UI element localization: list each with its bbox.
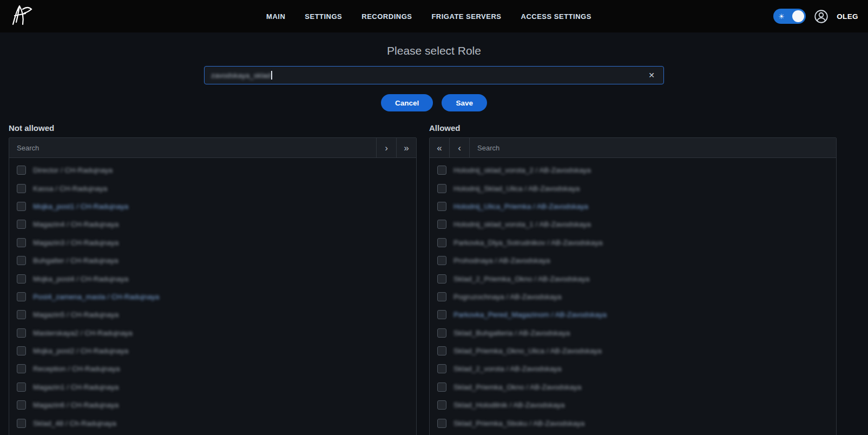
nav-item[interactable]: RECORDINGS	[361, 12, 412, 21]
camera-label: Holodnij_Sklad_Ulica / AB-Zavodskaya	[453, 184, 580, 193]
camera-checkbox[interactable]	[17, 400, 26, 410]
camera-row[interactable]: Holodnij_sklad_vorota_2 / AB-Zavodskaya	[430, 161, 836, 179]
allowed-search-input[interactable]	[470, 138, 836, 157]
not-allowed-heading: Not allowed	[9, 123, 417, 133]
camera-label: Sklad_48 / Ch-Radujnaya	[33, 419, 116, 427]
camera-checkbox[interactable]	[17, 419, 26, 428]
camera-label: Sklad_Buhgalteria / AB-Zavodskaya	[453, 329, 570, 337]
move-selected-left-button[interactable]: ‹	[450, 138, 470, 157]
camera-label: Sklad_2_Priemka_Okno / AB-Zavodskaya	[453, 275, 589, 283]
camera-row[interactable]: Sklad_Priemka_Okno_Ulica / AB-Zavodskaya	[430, 342, 836, 360]
camera-checkbox[interactable]	[437, 419, 446, 428]
camera-checkbox[interactable]	[17, 274, 26, 284]
camera-label: Post4_zamena_masla / CH-Radujnaya	[33, 293, 159, 301]
camera-label: Sklad_2_vorota / AB-Zavodskaya	[453, 365, 562, 373]
clear-input-button[interactable]: ✕	[646, 70, 657, 80]
camera-checkbox[interactable]	[437, 346, 446, 355]
camera-checkbox[interactable]	[17, 364, 26, 373]
camera-checkbox[interactable]	[437, 184, 446, 193]
not-allowed-search-input[interactable]	[9, 138, 376, 157]
camera-checkbox[interactable]	[437, 238, 446, 247]
camera-row[interactable]: Sklad_2_Priemka_Okno / AB-Zavodskaya	[430, 269, 836, 287]
camera-row[interactable]: Parkovka_Dlya_Sotrudnikov / AB-Zavodskay…	[430, 234, 836, 252]
not-allowed-panel-head: › »	[9, 138, 416, 158]
not-allowed-column: Not allowed › » Director / CH-Radujnaya	[9, 123, 417, 435]
camera-row[interactable]: Prohodnaya / AB-Zavodskaya	[430, 252, 836, 269]
camera-row[interactable]: Sklad_Priemka_Okno / AB-Zavodskaya	[430, 378, 836, 396]
camera-row[interactable]: Director / CH-Radujnaya	[9, 161, 416, 179]
allowed-heading: Allowed	[429, 123, 837, 133]
camera-checkbox[interactable]	[437, 364, 446, 373]
camera-row[interactable]: Kassa / CH-Radujnaya	[9, 179, 416, 197]
camera-row[interactable]: Holodnij_Sklad_Ulica / AB-Zavodskaya	[430, 179, 836, 197]
role-input[interactable]: zavodskaya_sklad ✕	[204, 66, 664, 84]
camera-row[interactable]: Sklad_Buhgalteria / AB-Zavodskaya	[430, 324, 836, 342]
move-all-right-button[interactable]: »	[396, 138, 416, 157]
camera-row[interactable]: Magazin3 / CH-Radujnaya	[9, 234, 416, 252]
save-button[interactable]: Save	[442, 94, 487, 111]
camera-row[interactable]: Masterskaya2 / CH-Radujnaya	[9, 324, 416, 342]
camera-checkbox[interactable]	[437, 166, 446, 175]
camera-row[interactable]: Magazin6 / CH-Radujnaya	[9, 396, 416, 414]
role-input-wrap: zavodskaya_sklad ✕	[0, 66, 868, 84]
toggle-knob	[792, 10, 804, 22]
topbar-right: ☀ OLEG	[773, 9, 858, 24]
camera-row[interactable]: Reception / CH-Radujnaya	[9, 360, 416, 378]
app-logo[interactable]	[10, 4, 34, 29]
camera-checkbox[interactable]	[17, 292, 26, 301]
camera-checkbox[interactable]	[17, 383, 26, 392]
camera-checkbox[interactable]	[437, 383, 446, 392]
camera-checkbox[interactable]	[17, 238, 26, 247]
camera-label: Pogruzochnaya / AB-Zavodskaya	[453, 293, 562, 301]
camera-label: Magazin5 / CH-Radujnaya	[33, 311, 119, 319]
camera-checkbox[interactable]	[437, 328, 446, 338]
camera-row[interactable]: Holodnij_Ulica_Priemka / AB-Zavodskaya	[430, 197, 836, 215]
camera-row[interactable]: Holodnij_sklad_vorota_1 / AB-Zavodskaya	[430, 215, 836, 233]
camera-checkbox[interactable]	[437, 310, 446, 319]
camera-checkbox[interactable]	[437, 202, 446, 211]
camera-checkbox[interactable]	[17, 310, 26, 319]
camera-row[interactable]: Post4_zamena_masla / CH-Radujnaya	[9, 288, 416, 306]
camera-checkbox[interactable]	[437, 274, 446, 284]
camera-checkbox[interactable]	[437, 220, 446, 229]
not-allowed-panel: › » Director / CH-Radujnaya Kassa / CH-R…	[9, 137, 417, 435]
camera-label: Mojka_post4 / CH-Radujnaya	[33, 275, 128, 283]
camera-row[interactable]: Buhgalter / CH-Radujnaya	[9, 252, 416, 269]
move-all-left-button[interactable]: «	[430, 138, 450, 157]
camera-row[interactable]: Parkovka_Pered_Magazinom / AB-Zavodskaya	[430, 306, 836, 324]
user-avatar-icon[interactable]	[814, 9, 828, 24]
camera-row[interactable]: Sklad_Holodilnik / AB-Zavodskaya	[430, 396, 836, 414]
camera-row[interactable]: Pogruzochnaya / AB-Zavodskaya	[430, 288, 836, 306]
camera-checkbox[interactable]	[17, 256, 26, 265]
camera-checkbox[interactable]	[17, 328, 26, 338]
camera-label: Magazin6 / CH-Radujnaya	[33, 401, 119, 409]
nav-item[interactable]: SETTINGS	[305, 12, 342, 21]
main-content: Please select Role zavodskaya_sklad ✕ Ca…	[0, 44, 868, 435]
camera-label: Parkovka_Dlya_Sotrudnikov / AB-Zavodskay…	[453, 239, 602, 247]
theme-toggle[interactable]: ☀	[773, 9, 806, 24]
camera-checkbox[interactable]	[17, 220, 26, 229]
nav-item[interactable]: FRIGATE SERVERS	[431, 12, 501, 21]
nav-item[interactable]: MAIN	[266, 12, 285, 21]
camera-checkbox[interactable]	[17, 346, 26, 355]
camera-row[interactable]: Magazin5 / CH-Radujnaya	[9, 306, 416, 324]
cancel-button[interactable]: Cancel	[381, 94, 433, 111]
camera-checkbox[interactable]	[437, 292, 446, 301]
camera-checkbox[interactable]	[437, 256, 446, 265]
allowed-column: Allowed « ‹ Holodnij_sklad_vorota_2 / AB…	[429, 123, 837, 435]
camera-row[interactable]: Sklad_Priemka_Sboku / AB-Zavodskaya	[430, 414, 836, 432]
move-selected-right-button[interactable]: ›	[376, 138, 396, 157]
camera-row[interactable]: Mojka_post2 / CH-Radujnaya	[9, 342, 416, 360]
camera-checkbox[interactable]	[17, 202, 26, 211]
nav-item[interactable]: ACCESS SETTINGS	[521, 12, 591, 21]
camera-row[interactable]: Sklad_2_vorota / AB-Zavodskaya	[430, 360, 836, 378]
camera-row[interactable]: Mojka_post1 / CH-Radujnaya	[9, 197, 416, 215]
camera-row[interactable]: Sklad_48 / Ch-Radujnaya	[9, 414, 416, 432]
camera-checkbox[interactable]	[17, 166, 26, 175]
camera-row[interactable]: Mojka_post4 / CH-Radujnaya	[9, 269, 416, 287]
camera-checkbox[interactable]	[17, 184, 26, 193]
camera-row[interactable]: Magazin4 / CH-Radujnaya	[9, 215, 416, 233]
camera-checkbox[interactable]	[437, 400, 446, 410]
username[interactable]: OLEG	[837, 12, 858, 21]
camera-row[interactable]: Magazin1 / CH-Radujnaya	[9, 378, 416, 396]
